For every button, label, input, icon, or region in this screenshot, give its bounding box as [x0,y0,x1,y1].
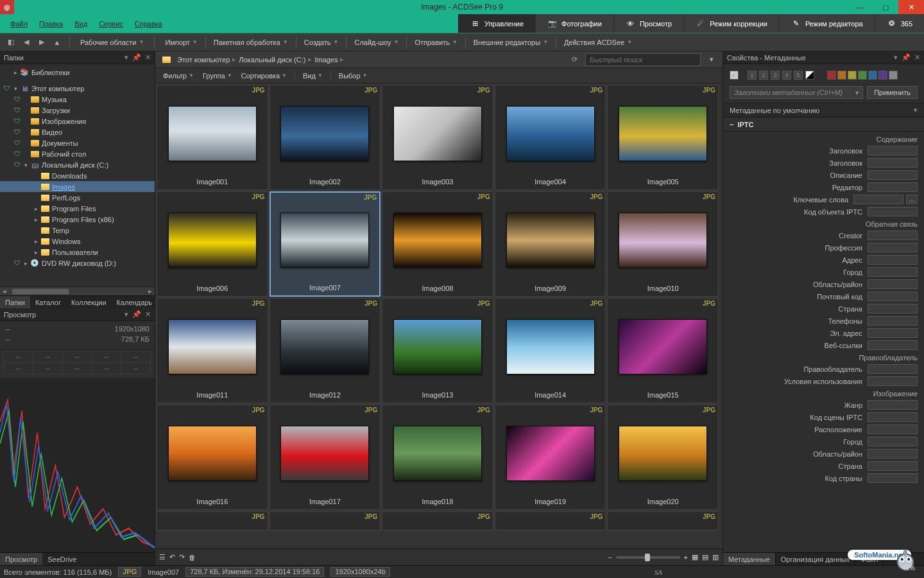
thumb-size-slider[interactable] [616,556,680,559]
color-label[interactable] [868,71,877,80]
tree-item[interactable]: Temp [0,225,155,236]
mode-develop[interactable]: ☄Режим коррекции [683,14,779,33]
thumbnail[interactable]: JPGImage001 [157,85,268,190]
menu-Сервис[interactable]: Сервис [94,20,128,28]
filter-Группа[interactable]: Группа▼ [199,72,236,80]
zoom-in-icon[interactable]: + [684,554,688,561]
nav-fwd-icon[interactable]: ▶ [35,35,49,49]
thumbnail[interactable]: JPGImage010 [607,191,719,297]
rotate-left-icon[interactable]: ↶ [169,553,175,561]
view-filmstrip-icon[interactable]: ▤ [702,553,708,561]
tree-item[interactable]: 🛡Загрузки [0,105,155,116]
metadata-input[interactable] [868,207,918,216]
tree-scrollbar[interactable]: ◂▸ [0,286,155,295]
nav-back-icon[interactable]: ◀ [19,35,33,49]
rating-5[interactable]: 5 [794,71,803,80]
thumbnail[interactable]: JPGImage015 [607,298,719,403]
pane-pin-icon[interactable]: 📌 [132,53,141,62]
rotate-right-icon[interactable]: ↷ [179,553,185,561]
filter-Сортировка[interactable]: Сортировка▼ [237,72,291,80]
props-tab-1[interactable]: Организация данных [776,553,856,565]
tree-item[interactable]: 🛡▸💿DVD RW дисковод (D:) [0,258,155,268]
metadata-input[interactable] [868,449,918,459]
metadata-input[interactable] [868,461,918,471]
menu-Справка[interactable]: Справка [130,20,167,28]
left-tab-2[interactable]: Коллекции [66,296,112,308]
color-label[interactable] [837,71,846,80]
minimize-button[interactable]: — [847,0,873,14]
workspaces-dropdown[interactable]: Рабочие области▼ [75,35,149,49]
pane-close-icon[interactable]: ✕ [914,53,920,62]
thumbnail-grid[interactable]: JPGImage001JPGImage002JPGImage003JPGImag… [155,83,723,532]
filter-Фильтр[interactable]: Фильтр▼ [159,72,198,80]
refresh-icon[interactable]: ⟳ [567,53,581,67]
metadata-input[interactable] [868,279,918,289]
thumbnail[interactable]: JPGImage012 [270,298,381,403]
pane-close-icon[interactable]: ✕ [145,310,151,319]
nav-up-icon[interactable]: ▲ [50,35,64,49]
metadata-input[interactable] [868,292,918,301]
color-label[interactable] [827,71,836,80]
metadata-input[interactable] [868,146,918,155]
tree-item[interactable]: 🛡Изображения [0,116,155,127]
left-tab-0[interactable]: Папки [0,296,30,308]
metadata-input[interactable] [868,231,918,240]
menu-Вид[interactable]: Вид [69,20,92,28]
metadata-input[interactable] [868,316,918,326]
tree-item[interactable]: 🛡Видео [0,127,155,137]
tree-item[interactable]: 🛡▾🖴Локальный диск (C:) [0,159,155,170]
metadata-input[interactable] [868,376,918,386]
tree-item[interactable]: PerfLogs [0,192,155,203]
search-options-icon[interactable]: ▾ [705,53,719,67]
tag-checkbox[interactable]: ✓ [730,71,739,80]
thumbnail[interactable]: JPGImage003 [382,85,493,190]
mode-365[interactable]: ❂365 [875,14,924,33]
metadata-preset-select[interactable]: Заготовки метаданных (Ctrl+M)▾ [730,86,863,99]
thumbnail[interactable]: JPG [157,511,268,530]
thumbnail[interactable]: JPGImage018 [382,405,493,510]
breadcrumb[interactable]: Этот компьютер ▸ Локальный диск (C:) ▸ I… [177,55,563,64]
thumbnail[interactable]: JPGImage005 [607,85,719,190]
select-icon[interactable]: ☰ [159,553,166,561]
metadata-input[interactable] [868,158,918,168]
color-label[interactable] [878,71,887,80]
thumbnail[interactable]: JPGImage006 [157,191,268,297]
maximize-button[interactable]: ▢ [873,0,898,14]
metadata-input[interactable] [868,243,918,252]
metadata-input[interactable] [868,400,918,410]
pane-pin-icon[interactable]: 📌 [902,53,911,62]
thumbnail[interactable]: JPGImage002 [270,85,381,190]
breadcrumb-seg[interactable]: Локальный диск (C:) [239,56,305,64]
tree-item[interactable]: 🛡Рабочий стол [0,148,155,159]
rating-clear[interactable] [805,71,814,80]
filter-Выбор[interactable]: Выбор▼ [335,72,372,80]
tree-item[interactable]: 🛡Музыка [0,94,155,105]
thumbnail[interactable]: JPGImage007 [270,191,381,297]
thumbnail[interactable]: JPG [495,511,606,530]
tree-item[interactable]: ▸Program Files (x86) [0,214,155,225]
toggle-panel-icon[interactable]: ◧ [4,35,18,49]
metadata-input[interactable] [868,437,918,446]
mode-eye[interactable]: 👁Просмотр [613,14,683,33]
color-label[interactable] [848,71,857,80]
metadata-input[interactable] [868,328,918,338]
toolbar-4[interactable]: Отправить▼ [409,35,462,49]
metadata-input[interactable] [868,182,918,192]
thumbnail[interactable]: JPGImage013 [382,298,493,403]
thumbnail[interactable]: JPGImage016 [157,405,268,510]
folder-icon[interactable] [159,53,173,67]
left-tab-3[interactable]: Календарь [112,296,158,308]
mode-camera[interactable]: 📷Фотографии [535,14,613,33]
metadata-input[interactable] [868,170,918,180]
toolbar-3[interactable]: Слайд-шоу▼ [349,35,404,49]
thumbnail[interactable]: JPG [270,511,381,530]
view-list-icon[interactable]: ▥ [712,553,719,561]
thumbnail[interactable]: JPGImage004 [495,85,606,190]
metadata-default-row[interactable]: Метаданные по умолчанию▾ [723,103,924,118]
rating-1[interactable]: 1 [748,71,757,80]
thumbnail[interactable]: JPGImage019 [495,405,606,510]
breadcrumb-seg[interactable]: Этот компьютер [177,56,230,64]
tree-item[interactable]: ▸Windows [0,236,155,247]
color-label[interactable] [858,71,867,80]
tree-item[interactable]: 🛡Документы [0,137,155,148]
